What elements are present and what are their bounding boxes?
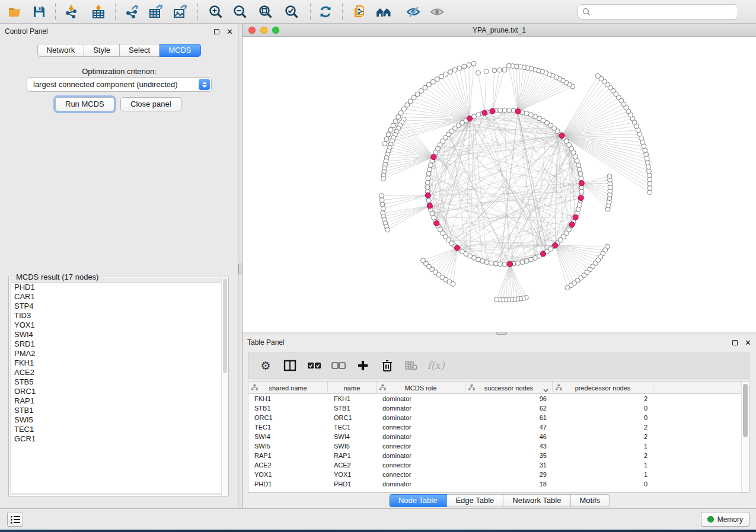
- table-scrollbar[interactable]: [741, 382, 749, 492]
- table-panel-tabs: Node TableEdge TableNetwork TableMotifs: [389, 494, 610, 507]
- refresh-icon[interactable]: [317, 4, 334, 20]
- zoom-fit-icon[interactable]: [257, 4, 274, 20]
- deselect-all-icon[interactable]: [331, 358, 346, 373]
- table-cell: 43: [465, 441, 553, 451]
- table-row[interactable]: PHD1PHD1dominator180: [248, 479, 749, 489]
- table-cell: TEC1: [248, 422, 328, 432]
- tab-network[interactable]: Network: [37, 44, 84, 57]
- import-network-icon[interactable]: [63, 4, 80, 20]
- open-file-icon[interactable]: [7, 4, 23, 20]
- close-panel-icon[interactable]: ✕: [227, 28, 233, 36]
- export-network-icon[interactable]: [124, 4, 141, 20]
- float-panel-icon[interactable]: [214, 29, 219, 34]
- toolbar-separator: [310, 4, 311, 20]
- export-table-icon[interactable]: [148, 4, 164, 20]
- memory-button[interactable]: Memory: [701, 512, 749, 527]
- apply-function-icon[interactable]: f(x): [428, 358, 444, 373]
- network-window-titlebar[interactable]: YPA_prune.txt_1: [243, 24, 756, 37]
- column-header-name[interactable]: name: [328, 382, 377, 394]
- list-item[interactable]: GCR1: [11, 434, 226, 444]
- list-item[interactable]: FKH1: [11, 358, 226, 368]
- result-scrollbar[interactable]: [221, 277, 228, 496]
- table-row[interactable]: RAP1RAP1dominator352: [248, 451, 749, 460]
- network-canvas[interactable]: [243, 37, 756, 329]
- show-all-icon[interactable]: [429, 4, 445, 20]
- tab-edge-table[interactable]: Edge Table: [446, 494, 503, 507]
- table-row[interactable]: SWI4SWI4dominator462: [248, 432, 749, 441]
- table-scrollbar-thumb[interactable]: [743, 384, 748, 437]
- task-history-button[interactable]: [7, 512, 23, 527]
- table-row[interactable]: TEC1TEC1connector472: [248, 422, 749, 432]
- export-image-icon[interactable]: [172, 4, 189, 20]
- mcds-result-list[interactable]: PHD1CAR1STP4TID3YOX1SWI4SRD1PMA2FKH1ACE2…: [11, 282, 227, 494]
- tab-node-table[interactable]: Node Table: [389, 494, 447, 507]
- tab-motifs[interactable]: Motifs: [570, 494, 610, 507]
- list-item[interactable]: CAR1: [11, 292, 226, 302]
- zoom-in-icon[interactable]: [208, 4, 224, 20]
- run-mcds-button[interactable]: Run MCDS: [55, 97, 114, 111]
- table-row[interactable]: STB1STB1dominator620: [248, 403, 749, 413]
- select-all-icon[interactable]: [307, 358, 322, 373]
- vertical-splitter-handle[interactable]: [238, 264, 243, 274]
- table-cell: 31: [465, 460, 553, 470]
- duplicate-network-icon[interactable]: [352, 4, 368, 20]
- vertical-splitter[interactable]: [238, 24, 243, 508]
- toolbar-separator: [197, 4, 198, 20]
- table-settings-icon[interactable]: ⚙: [258, 358, 273, 373]
- list-item[interactable]: TEC1: [11, 425, 226, 434]
- table-row[interactable]: ORC1ORC1dominator610: [248, 413, 749, 422]
- table-panel: Table Panel ✕ ⚙ f(x) shared namenameMCDS…: [243, 335, 756, 508]
- table-cell: 47: [465, 422, 553, 432]
- list-item[interactable]: TID3: [11, 311, 226, 321]
- add-column-icon[interactable]: [355, 358, 371, 373]
- list-item[interactable]: STB5: [11, 377, 226, 387]
- search-input[interactable]: [578, 4, 738, 20]
- search-field: [578, 4, 738, 20]
- close-panel-button[interactable]: Close panel: [120, 97, 181, 111]
- column-header-predecessor-nodes[interactable]: predecessor nodes: [553, 382, 653, 394]
- list-item[interactable]: YOX1: [11, 321, 226, 330]
- list-item[interactable]: SWI4: [11, 330, 226, 339]
- list-item[interactable]: ORC1: [11, 387, 226, 396]
- column-header-successor-nodes[interactable]: successor nodes: [465, 382, 553, 394]
- delete-column-icon[interactable]: [379, 358, 395, 373]
- tab-select[interactable]: Select: [120, 44, 160, 57]
- list-item[interactable]: SWI5: [11, 415, 226, 425]
- table-cell: dominator: [377, 413, 465, 422]
- list-item[interactable]: PHD1: [11, 283, 226, 292]
- column-header-shared-name[interactable]: shared name: [248, 382, 328, 394]
- table-row[interactable]: ACE2ACE2connector311: [248, 460, 749, 470]
- zoom-selected-icon[interactable]: [283, 4, 300, 20]
- tab-style[interactable]: Style: [84, 44, 120, 57]
- import-table-icon[interactable]: [90, 4, 107, 20]
- delete-table-icon[interactable]: [404, 358, 419, 373]
- result-scrollbar-thumb[interactable]: [223, 278, 227, 373]
- table-cell: STB1: [248, 403, 328, 413]
- sort-chevron-icon[interactable]: [543, 386, 548, 393]
- table-row[interactable]: SWI5SWI5connector431: [248, 441, 749, 451]
- list-item[interactable]: PMA2: [11, 349, 226, 358]
- hide-selected-icon[interactable]: [405, 4, 422, 20]
- toolbar-separator: [115, 4, 116, 20]
- show-columns-icon[interactable]: [282, 358, 298, 373]
- zoom-out-icon[interactable]: [232, 4, 248, 20]
- list-item[interactable]: STB1: [11, 406, 226, 415]
- mcds-result-title: MCDS result (17 nodes): [14, 273, 101, 281]
- desktop-background: [0, 530, 756, 532]
- list-item[interactable]: ACE2: [11, 368, 226, 377]
- optimization-criterion-select[interactable]: largest connected component (undirected): [27, 77, 212, 92]
- close-table-panel-icon[interactable]: ✕: [745, 339, 751, 347]
- table-cell: YOX1: [328, 470, 377, 479]
- table-cell: connector: [377, 470, 465, 479]
- tab-network-table[interactable]: Network Table: [503, 494, 570, 507]
- column-header-MCDS-role[interactable]: MCDS role: [377, 382, 465, 394]
- list-item[interactable]: STP4: [11, 302, 226, 311]
- float-table-panel-icon[interactable]: [732, 340, 738, 345]
- tab-mcds[interactable]: MCDS: [160, 44, 200, 57]
- save-icon[interactable]: [31, 4, 47, 20]
- list-item[interactable]: RAP1: [11, 396, 226, 406]
- first-neighbors-icon[interactable]: [375, 4, 392, 20]
- table-row[interactable]: YOX1YOX1connector291: [248, 470, 749, 479]
- list-item[interactable]: SRD1: [11, 339, 226, 349]
- table-row[interactable]: FKH1FKH1dominator962: [248, 394, 749, 403]
